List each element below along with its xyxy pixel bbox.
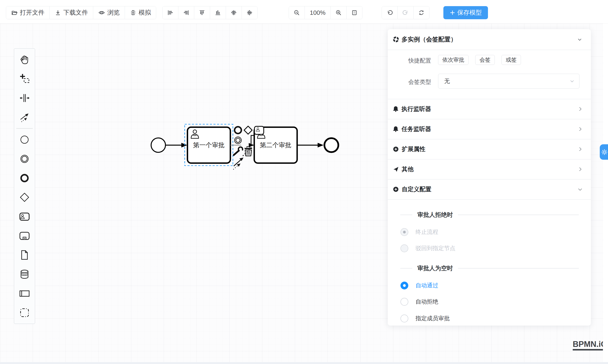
- create-participant[interactable]: [14, 284, 35, 303]
- reject-group-title-row: 审批人拒绝时: [388, 211, 591, 219]
- bell-icon: [393, 126, 398, 132]
- radio-button[interactable]: [400, 282, 408, 289]
- sign-type-value: 无: [444, 77, 450, 85]
- user-task-1[interactable]: 第一个审批: [187, 127, 230, 163]
- section-task-listener[interactable]: 任务监听器: [388, 119, 591, 139]
- chevron-right-icon: [577, 167, 583, 172]
- radio-button[interactable]: [400, 245, 408, 252]
- settings-tab[interactable]: [600, 144, 608, 160]
- end-event[interactable]: [324, 138, 338, 152]
- chevron-down-icon: [577, 187, 583, 192]
- fit-viewport-button[interactable]: [346, 6, 362, 19]
- group-icon: [19, 307, 30, 318]
- create-data-store[interactable]: [14, 265, 35, 284]
- redo-button[interactable]: [397, 6, 413, 19]
- send-icon: [393, 166, 399, 172]
- open-file-button[interactable]: 打开文件: [6, 6, 50, 19]
- align-right-icon: [183, 10, 189, 16]
- align-left-button[interactable]: [162, 6, 178, 19]
- bpmn-io-logo[interactable]: BPMN.iO: [573, 340, 607, 351]
- chevron-down-icon[interactable]: [577, 37, 582, 42]
- append-gateway-icon[interactable]: [244, 126, 252, 134]
- divider-line: [400, 268, 412, 269]
- preview-label: 浏览: [107, 8, 120, 17]
- radio-return-to-node[interactable]: 驳回到指定节点: [400, 244, 455, 252]
- radio-auto-reject[interactable]: 自动拒绝: [400, 298, 438, 306]
- properties-panel: 多实例（会签配置） 快捷配置 依次审批 会签 或签 会签类型 无 执行监听器 任…: [388, 29, 591, 325]
- empty-group-title-row: 审批人为空时: [388, 264, 591, 273]
- bottom-scrollbar-track[interactable]: [0, 362, 608, 364]
- preview-button[interactable]: 浏览: [93, 6, 125, 19]
- radio-label: 驳回到指定节点: [415, 245, 455, 252]
- simulate-label: 模拟: [139, 8, 151, 17]
- create-user-task[interactable]: [14, 207, 35, 226]
- create-start-event[interactable]: [14, 130, 35, 149]
- radio-button[interactable]: [400, 228, 408, 236]
- radio-button[interactable]: [400, 314, 408, 322]
- create-intermediate-event[interactable]: [14, 149, 35, 169]
- panel-divider: [388, 199, 591, 200]
- append-intermediate-event-icon[interactable]: [235, 137, 241, 144]
- create-group[interactable]: [14, 303, 35, 322]
- chevron-right-icon: [577, 106, 583, 112]
- refresh-button[interactable]: [413, 6, 429, 19]
- save-model-button[interactable]: 保存模型: [443, 6, 488, 19]
- align-center-horizontal-button[interactable]: [226, 6, 241, 19]
- append-end-event-icon[interactable]: [235, 127, 241, 133]
- sign-type-select[interactable]: 无: [438, 74, 580, 89]
- quick-option-orsign[interactable]: 或签: [502, 55, 521, 65]
- multi-instance-icon: [393, 36, 399, 42]
- align-center-vertical-button[interactable]: [241, 6, 257, 19]
- section-other[interactable]: 其他: [388, 159, 591, 179]
- sequence-flow-3[interactable]: [297, 143, 324, 147]
- start-event-icon: [19, 134, 30, 145]
- section-custom-config[interactable]: 自定义配置: [388, 179, 591, 199]
- global-connect-tool[interactable]: [14, 107, 35, 127]
- undo-icon: [386, 10, 393, 16]
- space-tool-icon: [19, 92, 30, 104]
- panel-header[interactable]: 多实例（会签配置）: [388, 29, 591, 50]
- download-file-label: 下载文件: [63, 8, 88, 17]
- radio-label: 自动拒绝: [415, 298, 438, 305]
- create-end-event[interactable]: [14, 169, 35, 188]
- zoom-in-button[interactable]: [330, 6, 346, 19]
- radio-auto-pass[interactable]: 自动通过: [400, 281, 438, 290]
- fit-viewport-icon: [351, 10, 357, 16]
- align-right-button[interactable]: [178, 6, 194, 19]
- align-top-button[interactable]: [194, 6, 210, 19]
- radio-label: 指定成员审批: [415, 314, 450, 322]
- sequence-flow-1[interactable]: [165, 143, 187, 147]
- create-gateway[interactable]: [14, 188, 35, 207]
- simulate-button[interactable]: 模拟: [125, 6, 156, 19]
- radio-button[interactable]: [400, 298, 408, 306]
- radio-assign-member[interactable]: 指定成员审批: [400, 314, 450, 323]
- task2-label: 第二个审批: [260, 142, 291, 148]
- zoom-out-button[interactable]: [289, 6, 304, 19]
- download-file-button[interactable]: 下载文件: [50, 6, 93, 19]
- radio-terminate-process[interactable]: 终止流程: [400, 228, 438, 236]
- trash-icon[interactable]: [244, 147, 252, 156]
- append-task-icon[interactable]: [254, 126, 264, 134]
- empty-group-title: 审批人为空时: [417, 264, 453, 272]
- align-bottom-button[interactable]: [210, 6, 226, 19]
- quick-option-countersign[interactable]: 会签: [475, 55, 495, 65]
- section-label: 任务监听器: [401, 125, 431, 133]
- connect-icon[interactable]: [233, 158, 243, 169]
- start-event[interactable]: [151, 138, 165, 152]
- space-tool[interactable]: [14, 88, 35, 107]
- divider-line: [400, 215, 412, 215]
- create-subprocess[interactable]: [14, 226, 35, 246]
- refresh-icon: [418, 10, 424, 16]
- section-execution-listener[interactable]: 执行监听器: [388, 99, 591, 119]
- quick-option-sequential[interactable]: 依次审批: [438, 55, 469, 65]
- lasso-tool[interactable]: [14, 69, 35, 88]
- section-extended-properties[interactable]: 扩展属性: [388, 139, 591, 159]
- hand-tool[interactable]: [14, 50, 35, 69]
- eye-icon: [98, 10, 105, 16]
- chip-icon: [130, 10, 136, 16]
- wrench-icon[interactable]: [234, 146, 243, 155]
- create-data-object[interactable]: [14, 246, 35, 265]
- undo-button[interactable]: [382, 6, 397, 19]
- zoom-in-icon: [335, 10, 342, 16]
- bpmn-io-logo-underline: [573, 349, 604, 351]
